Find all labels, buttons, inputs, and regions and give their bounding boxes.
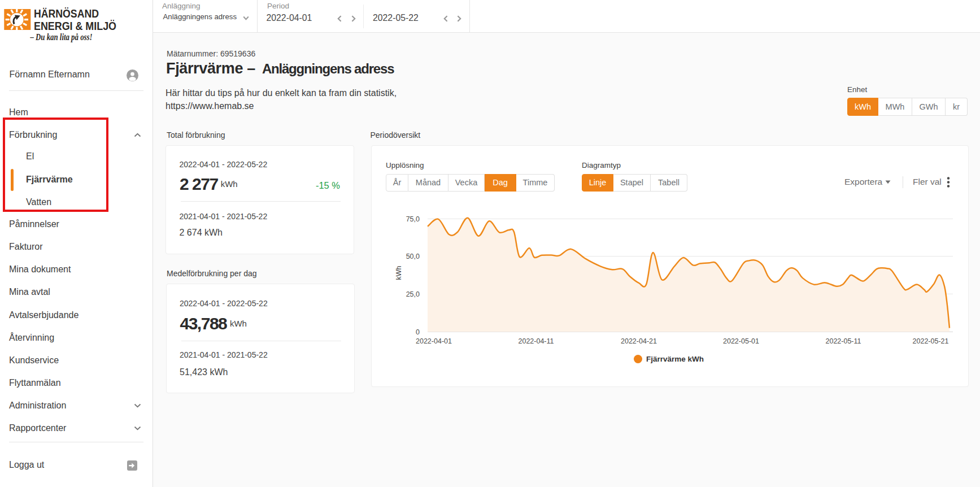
svg-text:Fjärrvärme kWh: Fjärrvärme kWh	[646, 355, 704, 363]
svg-text:2022-04-21: 2022-04-21	[621, 337, 657, 345]
svg-text:75,0: 75,0	[406, 215, 420, 223]
svg-text:2022-04-11: 2022-04-11	[518, 337, 554, 345]
svg-text:2022-05-01: 2022-05-01	[723, 337, 759, 345]
svg-text:2022-04-01: 2022-04-01	[416, 337, 452, 345]
svg-text:2022-05-21: 2022-05-21	[913, 337, 949, 345]
svg-text:ENERGI & MILJÖ: ENERGI & MILJÖ	[34, 20, 116, 32]
svg-text:kWh: kWh	[395, 266, 403, 280]
svg-text:HÄRNÖSAND: HÄRNÖSAND	[34, 7, 99, 20]
svg-text:0: 0	[416, 328, 420, 336]
svg-text:– Du kan lita på oss!: – Du kan lita på oss!	[30, 32, 93, 42]
svg-text:2022-05-11: 2022-05-11	[825, 337, 861, 345]
svg-text:50,0: 50,0	[406, 253, 420, 260]
svg-text:25,0: 25,0	[406, 290, 420, 298]
